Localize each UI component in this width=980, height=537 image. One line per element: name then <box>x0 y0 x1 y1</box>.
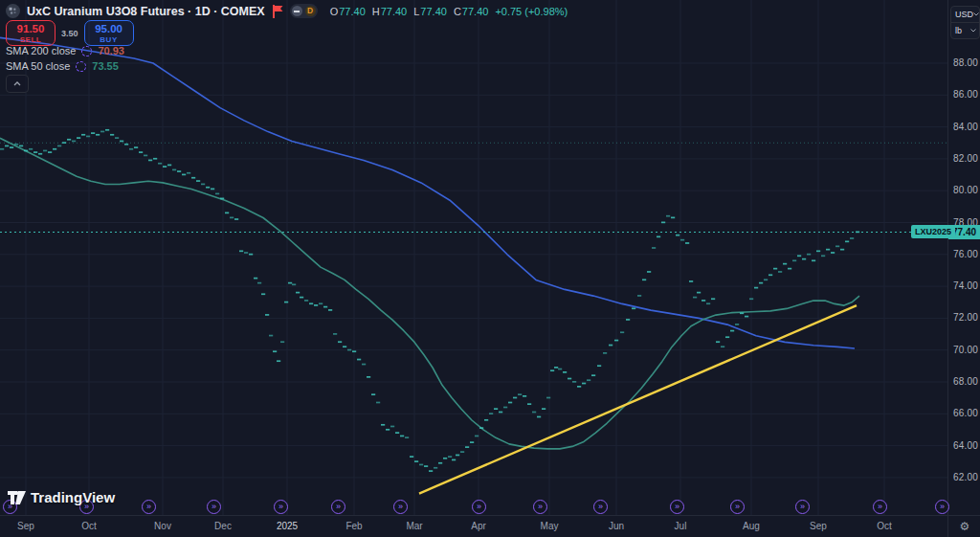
price-dash <box>797 255 801 257</box>
open-value: 77.40 <box>339 6 366 17</box>
price-dash <box>182 174 186 176</box>
time-axis-label: Jun <box>597 521 635 531</box>
timeline-marker-icon[interactable]: » <box>393 500 408 514</box>
price-dash <box>693 297 697 299</box>
price-dash <box>405 436 409 438</box>
price-dash <box>91 132 95 134</box>
sell-label: SELL <box>7 35 55 45</box>
price-dash <box>357 359 361 361</box>
currency-dropdown[interactable]: USD <box>951 7 979 22</box>
minimize-icon[interactable] <box>292 6 302 16</box>
buy-button[interactable]: 95.00 BUY <box>84 20 134 46</box>
interval-badge[interactable]: D <box>305 6 316 16</box>
price-dash <box>788 268 791 270</box>
price-dash <box>234 218 238 220</box>
unit-dropdown[interactable]: lb <box>951 22 979 38</box>
indicator-row-sma200[interactable]: SMA 200 close 70.93 <box>6 45 124 56</box>
price-dash <box>67 139 71 141</box>
price-axis-label: 62.00 <box>948 472 980 482</box>
price-dash <box>343 346 346 347</box>
symbol-title[interactable]: UxC Uranium U3O8 Futures · 1D · COMEX <box>27 5 265 18</box>
low-label: L <box>413 6 419 17</box>
price-dash <box>225 213 229 214</box>
price-dash <box>666 215 670 217</box>
price-dash <box>773 268 777 270</box>
timeline-marker-icon[interactable]: » <box>670 500 684 514</box>
timeline-marker-icon[interactable]: » <box>873 500 887 514</box>
legend-collapse-pill[interactable]: D <box>290 4 318 18</box>
price-dash <box>172 169 176 171</box>
price-dash <box>652 247 656 249</box>
price-dash <box>587 379 590 381</box>
price-dash <box>554 367 558 369</box>
timeline-marker-icon[interactable]: » <box>593 500 608 514</box>
price-dash <box>508 402 512 404</box>
price-dash <box>257 282 261 284</box>
price-dash <box>671 217 675 219</box>
price-dash <box>244 252 248 254</box>
price-dash <box>831 252 835 254</box>
price-dash <box>550 369 554 371</box>
price-dash <box>706 302 710 304</box>
chart-canvas[interactable] <box>0 0 947 515</box>
price-dash <box>386 429 390 431</box>
price-dash <box>609 345 612 347</box>
price-dash <box>220 198 224 200</box>
price-axis-label: 72.00 <box>948 312 980 323</box>
price-dash <box>265 314 269 316</box>
price-dash <box>48 151 52 153</box>
price-dash <box>43 150 47 152</box>
sell-button[interactable]: 91.50 SELL <box>6 20 56 46</box>
price-dash <box>139 151 143 153</box>
indicator-row-sma50[interactable]: SMA 50 close 73.55 <box>6 60 119 72</box>
settings-gear-icon[interactable]: ⚙ <box>948 516 980 537</box>
time-scale[interactable]: SepOctNovDec2025FebMarAprMayJunJulAugSep… <box>0 515 947 537</box>
price-dash <box>657 235 660 237</box>
price-dash <box>632 307 635 309</box>
legend-collapse-button[interactable] <box>6 75 29 93</box>
unit-value: lb <box>955 26 962 35</box>
price-dash <box>211 189 214 190</box>
price-dash <box>802 258 806 260</box>
flag-icon[interactable] <box>272 5 283 18</box>
price-dash <box>470 441 474 443</box>
price-dash <box>614 340 618 342</box>
tradingview-branding[interactable]: TradingView <box>8 489 115 505</box>
price-dash <box>721 346 724 347</box>
price-dash <box>191 177 195 179</box>
price-dash <box>400 436 404 437</box>
timeline-marker-icon[interactable]: » <box>795 500 810 514</box>
price-dash <box>124 144 128 145</box>
timeline-marker-icon[interactable]: » <box>472 500 486 514</box>
timeline-marker-icon[interactable]: » <box>331 500 345 514</box>
time-axis-label: Oct <box>70 521 108 531</box>
timeline-marker-icon[interactable]: » <box>142 500 156 514</box>
price-dash <box>230 217 234 219</box>
price-dash <box>424 465 428 467</box>
trend-line[interactable] <box>419 305 857 493</box>
price-dash <box>347 349 351 351</box>
timeline-marker-icon[interactable]: » <box>274 500 288 514</box>
price-dash <box>452 459 456 461</box>
price-dash <box>144 155 147 157</box>
spread-value: 3.50 <box>61 29 78 38</box>
timeline-marker-icon[interactable]: » <box>207 500 221 514</box>
timeline-marker-icon[interactable]: » <box>935 500 949 514</box>
price-dash <box>812 259 815 261</box>
price-dash <box>5 145 9 147</box>
symbol-header: UxC Uranium U3O8 Futures · 1D · COMEX D … <box>6 4 568 18</box>
timeline-marker-icon[interactable]: » <box>730 500 745 514</box>
price-dash <box>323 306 327 308</box>
time-axis-label: Sep <box>799 521 837 531</box>
price-dash <box>153 158 157 160</box>
price-dash <box>637 295 641 297</box>
high-value: 77.40 <box>381 6 408 17</box>
price-dash <box>77 137 80 139</box>
ohlc-readout: O77.40 H77.40 L77.40 C77.40 +0.75 (+0.98… <box>330 6 568 17</box>
timeline-marker-icon[interactable]: » <box>533 500 547 514</box>
price-dash <box>414 460 418 462</box>
price-scale[interactable]: 88.0086.0084.0082.0080.0078.0076.0074.00… <box>947 0 980 515</box>
price-dash <box>725 336 729 338</box>
time-axis-label: Jul <box>661 521 700 531</box>
price-dash <box>702 300 705 302</box>
